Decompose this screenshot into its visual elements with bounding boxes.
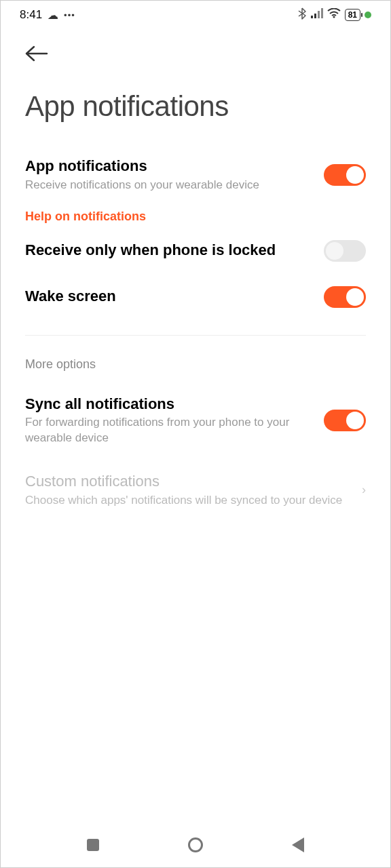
more-options-header: More options — [25, 353, 366, 385]
row-app-notifications[interactable]: App notifications Receive notifications … — [25, 147, 366, 203]
app-notifications-toggle[interactable] — [324, 164, 366, 186]
svg-point-4 — [333, 16, 335, 18]
battery-icon: 81 — [345, 9, 360, 21]
chevron-right-icon: › — [362, 483, 366, 497]
custom-notifications-title: Custom notifications — [25, 472, 351, 492]
wake-screen-toggle[interactable] — [324, 286, 366, 308]
status-bar: 8:41 ☁ ••• 81 — [1, 1, 390, 29]
wake-screen-title: Wake screen — [25, 287, 313, 307]
battery-level: 81 — [348, 10, 357, 20]
receive-locked-toggle[interactable] — [324, 240, 366, 262]
cloud-icon: ☁ — [48, 9, 58, 22]
sync-all-subtitle: For forwarding notifications from your p… — [25, 415, 313, 446]
status-time: 8:41 — [20, 8, 42, 22]
page-title: App notifications — [1, 70, 390, 147]
back-button[interactable] — [25, 45, 48, 64]
row-wake-screen[interactable]: Wake screen — [25, 271, 366, 317]
home-button[interactable] — [187, 836, 204, 854]
system-nav-bar — [1, 823, 390, 867]
signal-icon — [311, 8, 323, 22]
svg-rect-2 — [318, 11, 320, 18]
bluetooth-icon — [297, 7, 307, 23]
sync-all-toggle[interactable] — [324, 410, 366, 431]
help-notifications-link[interactable]: Help on notifications — [25, 203, 366, 231]
custom-notifications-subtitle: Choose which apps' notifications will be… — [25, 493, 351, 509]
top-nav — [1, 29, 390, 70]
svg-rect-1 — [314, 14, 316, 18]
sync-all-title: Sync all notifications — [25, 395, 313, 414]
more-dots-icon: ••• — [64, 10, 75, 20]
row-sync-all[interactable]: Sync all notifications For forwarding no… — [25, 385, 366, 456]
recents-button[interactable] — [84, 836, 102, 854]
section-divider — [25, 335, 366, 336]
receive-locked-title: Receive only when phone is locked — [25, 241, 313, 260]
wifi-icon — [327, 8, 341, 22]
row-receive-locked[interactable]: Receive only when phone is locked — [25, 231, 366, 271]
app-notifications-title: App notifications — [25, 157, 313, 176]
back-nav-button[interactable] — [289, 836, 307, 854]
svg-rect-0 — [311, 16, 313, 18]
app-notifications-subtitle: Receive notifications on your wearable d… — [25, 178, 313, 193]
status-dot-icon — [365, 12, 371, 18]
row-custom-notifications[interactable]: Custom notifications Choose which apps' … — [25, 456, 366, 518]
svg-rect-3 — [321, 8, 323, 18]
